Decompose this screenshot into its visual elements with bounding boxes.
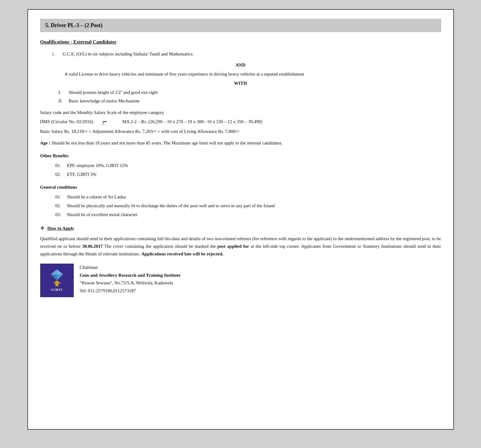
contact-address: “Ruwan Sewana”, No.73/5/A, Weliwita, Kad… [80,279,181,287]
content-body: Qualifications - External Candidates i. … [40,38,441,297]
how-to-apply-heading: How to Apply [47,226,74,231]
age-description: Should be not less than 18 years and not… [51,140,282,145]
qualifications-heading: Qualifications - External Candidates [40,38,441,46]
diamond-bullet-icon: ❖ [40,224,44,232]
salary-row: DMS (Circular No. 02/2016) ⌐ MA 2-2 – Rs… [40,117,441,126]
benefit-num-1: 01. [55,162,64,169]
salary-code-label: Salary code and the Monthly Salary Scale… [40,109,441,116]
benefits-list: 01. EPF, employee 10%, GJRTI 15% 02. ETF… [40,162,441,178]
section-header: 5. Driver PL-3 – (2 Post) [40,19,441,32]
gjrti-logo: GJRTI [40,264,74,297]
logo-svg [46,269,68,287]
apply-deadline: 30.06.2017 [82,244,103,249]
qualifications-list: i. G.C.E. (O/L) in six subjects includin… [40,50,441,58]
apply-bold-1: post applied for [217,244,249,249]
general-conditions-heading: General conditions [40,183,441,191]
qual-item-i: i. G.C.E. (O/L) in six subjects includin… [52,50,441,58]
general-item-3: 03. Should be of excellent moral charact… [55,211,441,218]
apply-text-2: The cover containing the application sho… [103,244,217,249]
age-text: Age : Should be not less than 18 years a… [40,139,441,147]
contact-section: GJRTI Chairman Gem and Jewellery Researc… [40,264,441,297]
benefit-num-2: 02. [55,171,64,178]
benefits-section: Other Benefits 01. EPF, employee 10%, GJ… [40,152,441,178]
benefit-text-1: EPF, employee 10%, GJRTI 15% [67,162,128,169]
general-text-2: Should be physically and mentally fit to… [67,202,275,209]
upper-roman-item-1: I. Should possess height of 5'2'' and go… [58,89,441,96]
svg-marker-1 [57,269,63,275]
contact-title: Chairman [80,264,181,272]
roman-marker-i: i. [52,50,58,58]
section-title: 5. Driver PL-3 – (2 Post) [45,22,103,28]
general-conditions-section: General conditions 01. Should be a citiz… [40,183,441,218]
general-num-2: 02. [55,202,64,209]
page-container: 5. Driver PL-3 – (2 Post) Qualifications… [27,9,454,430]
how-to-apply-heading-line: ❖ How to Apply [40,224,441,232]
apply-text-3: at the left-side top corner. [249,244,300,249]
general-item-2: 02. Should be physically and mentally fi… [55,202,441,209]
svg-marker-3 [51,269,57,275]
svg-marker-2 [51,274,57,280]
general-num-1: 01. [55,193,64,201]
benefit-item-2: 02. ETF, GJRTI 3% [55,171,441,178]
general-text-1: Should be a citizen of Sri Lanka [67,193,126,201]
qual-item-i-text: G.C.E. (O/L) in six subjects including S… [63,50,194,58]
upper-roman-marker-1: I. [58,89,65,96]
how-to-apply-section: ❖ How to Apply Qualified applicant shoul… [40,224,441,258]
with-label: WITH [40,80,441,87]
contact-tel: Tel: 011-2579180,0112573187 [80,287,181,295]
logo-text: GJRTI [51,287,62,293]
contact-org: Gem and Jewellery Research and Training … [80,272,181,279]
and-label: AND [40,61,441,69]
benefits-heading: Other Benefits [40,152,441,159]
upper-roman-text-2: Basic knowledge of motor Mechanism [69,97,140,105]
benefit-text-2: ETF, GJRTI 3% [67,171,97,178]
benefit-item-1: 01. EPF, employee 10%, GJRTI 15% [55,162,441,169]
apply-bold-2: Applications received late will be rejec… [141,251,223,256]
general-num-3: 03. [55,211,64,218]
general-item-1: 01. Should be a citizen of Sri Lanka [55,193,441,201]
license-text: A valid License to drive heavy vehicles … [40,70,441,78]
age-label: Age : [40,140,51,145]
bracket-symbol: ⌐ [102,115,107,128]
apply-paragraph: Qualified applicant should send in their… [40,235,441,258]
dms-label: DMS (Circular No. 02/2016) [40,118,93,125]
basic-salary: Basic Salary Rs. 18,118/= + Adjustment A… [40,128,441,135]
upper-roman-text-1: Should possess height of 5'2'' and good … [69,89,158,96]
upper-roman-item-2: II. Basic knowledge of motor Mechanism [58,97,441,105]
salary-scale: MA 2-2 – Rs. (26,290 – 10 x 270 – 10 x 3… [122,118,441,125]
upper-roman-list: I. Should possess height of 5'2'' and go… [40,89,441,105]
general-conditions-list: 01. Should be a citizen of Sri Lanka 02.… [40,193,441,218]
upper-roman-marker-2: II. [58,97,65,105]
contact-info: Chairman Gem and Jewellery Research and … [80,264,181,295]
general-text-3: Should be of excellent moral character [67,211,138,218]
